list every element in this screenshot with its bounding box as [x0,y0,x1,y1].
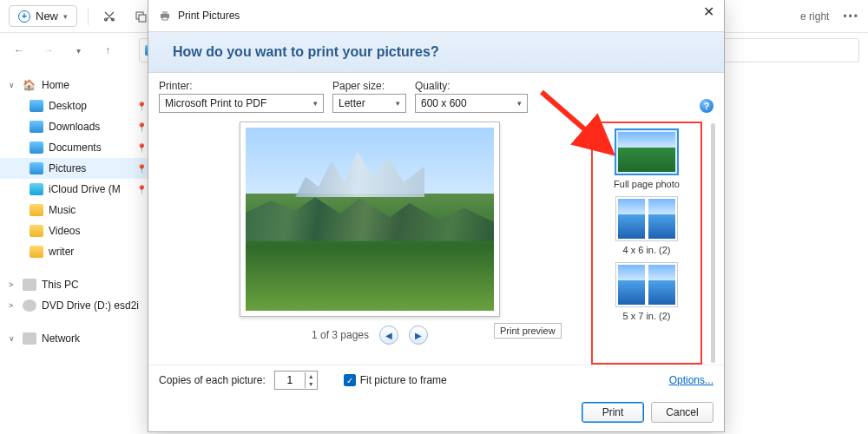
chevron-icon: > [9,280,17,289]
new-button[interactable]: + New ▾ [9,5,77,27]
back-button[interactable]: ← [9,40,30,61]
folder-icon [23,279,36,291]
folder-icon [30,183,43,195]
dialog-titlebar: Print Pictures [148,0,724,31]
paper-value: Letter [339,97,365,109]
tree-item-icloud-drive-m[interactable]: iCloud Drive (M📍 [0,179,152,200]
options-link[interactable]: Options... [669,374,713,386]
prev-page-button[interactable]: ◀ [379,326,398,345]
layout-label: 5 x 7 in. (2) [622,311,670,321]
copies-input[interactable] [275,374,305,386]
tree-label: Desktop [49,100,87,112]
chevron-down-icon: ▾ [63,12,68,21]
copy-icon [134,10,148,23]
page-preview [240,122,500,317]
layout-list: Full page photo4 x 6 in. (2)5 x 7 in. (2… [591,122,702,365]
pin-icon: 📍 [136,143,147,153]
tree-item-this-pc[interactable]: >This PC [0,274,152,295]
folder-icon: 🏠 [23,79,36,91]
tree-label: Music [49,204,76,216]
more-button[interactable]: ••• [843,10,859,23]
printer-icon [159,10,171,22]
printer-label: Printer: [159,80,324,92]
tree-label: writer [49,246,74,258]
copies-spinner[interactable]: ▲▼ [274,371,318,390]
svg-rect-3 [162,11,168,14]
next-page-button[interactable]: ▶ [409,326,428,345]
print-button[interactable]: Print [582,402,644,423]
dialog-footer-options: Copies of each picture: ▲▼ ✓ Fit picture… [148,365,724,395]
ribbon-right: e right ••• [800,10,859,23]
quality-select[interactable]: 600 x 600 ▾ [415,94,528,113]
paper-select[interactable]: Letter ▾ [332,94,406,113]
photo-preview [246,128,494,311]
quality-label: Quality: [415,80,528,92]
chevron-down-icon: ▾ [517,99,522,108]
tree-label: Pictures [49,162,86,174]
folder-icon [30,100,43,112]
paper-label: Paper size: [332,80,406,92]
dialog-title: Print Pictures [178,10,240,22]
tree-item-dvd-drive-d-esd2i[interactable]: >DVD Drive (D:) esd2i [0,295,152,316]
fit-label: Fit picture to frame [360,374,447,386]
plus-icon: + [18,10,30,23]
pin-icon: 📍 [136,164,147,174]
layout-option[interactable]: 4 x 6 in. (2) [596,196,697,255]
tree-item-documents[interactable]: Documents📍 [0,137,152,158]
printer-select[interactable]: Microsoft Print to PDF ▾ [159,94,324,113]
help-button[interactable]: ? [700,99,713,113]
fit-checkbox[interactable]: ✓ [344,374,356,386]
folder-icon [30,141,43,154]
tree-label: Documents [49,141,102,154]
dialog-footer-buttons: Print Cancel [148,395,724,431]
tree-item-music[interactable]: Music [0,200,152,220]
tree-label: This PC [42,279,79,291]
layout-option[interactable]: 5 x 7 in. (2) [596,262,697,321]
printer-value: Microsoft Print to PDF [165,97,266,109]
chevron-down-icon: ▾ [313,99,318,108]
new-label: New [36,10,58,23]
svg-rect-4 [162,17,168,20]
scrollbar[interactable] [711,123,715,363]
recent-chevron[interactable]: ▾ [68,40,89,61]
forward-button[interactable]: → [38,40,59,61]
folder-icon [30,204,43,216]
pin-icon: 📍 [136,102,147,111]
tree-item-network[interactable]: ∨Network [0,328,152,349]
tree-item-writer[interactable]: writer [0,241,152,262]
spin-down[interactable]: ▼ [306,380,317,388]
tree-label: Home [42,79,69,91]
up-button[interactable]: ↑ [97,40,118,61]
close-button[interactable]: ✕ [700,3,717,21]
cancel-button[interactable]: Cancel [651,402,713,423]
folder-icon [23,299,36,312]
layout-label: 4 x 6 in. (2) [622,245,670,255]
svg-rect-1 [139,15,146,22]
dialog-banner: How do you want to print your pictures? [148,31,724,73]
layout-option[interactable]: Full page photo [596,128,697,189]
cut-button[interactable] [99,6,120,27]
tree-item-desktop[interactable]: Desktop📍 [0,95,152,116]
tree-label: DVD Drive (D:) esd2i [42,299,139,312]
ribbon-right-text: e right [800,10,829,23]
tree-item-pictures[interactable]: Pictures📍 [0,158,152,179]
scissors-icon [102,10,116,23]
chevron-icon: ∨ [9,334,17,343]
chevron-icon: ∨ [9,81,17,89]
tree-item-videos[interactable]: Videos [0,220,152,241]
folder-icon [30,162,43,174]
pin-icon: 📍 [136,185,147,194]
tree-item-downloads[interactable]: Downloads📍 [0,116,152,137]
folder-icon [23,332,36,345]
nav-tree: ∨🏠HomeDesktop📍Downloads📍Documents📍Pictur… [0,68,152,434]
copies-label: Copies of each picture: [159,374,266,386]
chevron-icon: > [9,301,17,310]
tree-label: iCloud Drive (M [49,183,121,195]
folder-icon [30,225,43,237]
quality-value: 600 x 600 [421,97,467,109]
tree-item-home[interactable]: ∨🏠Home [0,75,152,95]
page-status: 1 of 3 pages [312,329,369,341]
separator [88,8,89,25]
spin-up[interactable]: ▲ [306,372,317,380]
print-preview-tooltip: Print preview [494,323,562,339]
